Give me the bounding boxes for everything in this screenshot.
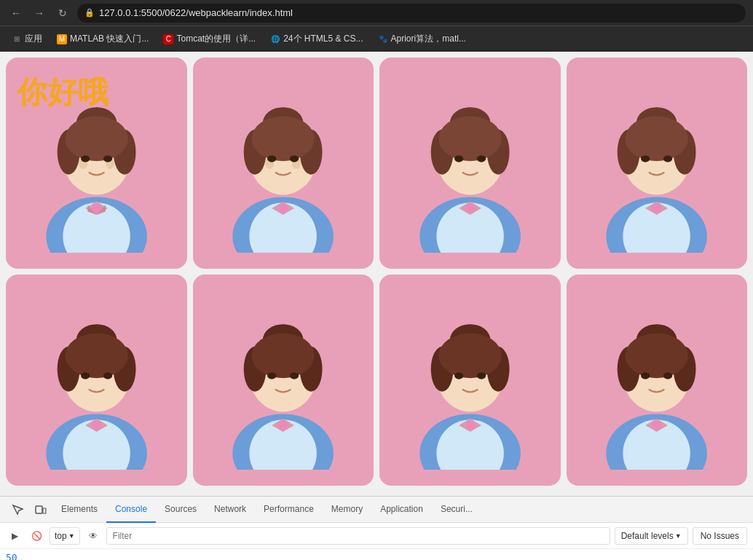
avatar-card-5 [6, 275, 187, 486]
forward-button[interactable]: → [31, 4, 48, 22]
avatar-svg-6 [206, 291, 360, 470]
svg-point-5 [92, 203, 100, 212]
svg-point-91 [626, 333, 688, 378]
address-bar[interactable]: 🔒 127.0.0.1:5500/0622/webpacklearn/index… [77, 4, 746, 23]
default-levels-button[interactable]: Default levels ▼ [615, 527, 688, 545]
svg-point-23 [252, 116, 315, 161]
svg-point-71 [290, 372, 299, 379]
svg-point-58 [65, 333, 127, 378]
tab-sources-label: Sources [165, 504, 197, 514]
bookmarks-bar: ⊞ 应用 M MATLAB 快速入门... C Tomcat的使用（详... 🌐… [0, 25, 753, 52]
svg-point-69 [252, 333, 315, 378]
html5-icon: 🌐 [270, 34, 280, 44]
svg-rect-95 [43, 508, 46, 513]
tab-elements[interactable]: Elements [52, 497, 106, 523]
avatar-svg-8 [580, 291, 733, 470]
svg-point-38 [476, 155, 485, 162]
tab-console-label: Console [115, 504, 147, 514]
svg-point-47 [626, 116, 688, 161]
avatar-card-4 [567, 58, 748, 269]
svg-point-82 [476, 372, 485, 379]
bookmark-matlab[interactable]: M MATLAB 快速入门... [51, 30, 154, 48]
bookmark-html5-label: 24个 HTML5 & CS... [283, 33, 363, 45]
context-selector[interactable]: top ▼ [50, 527, 80, 545]
eye-button[interactable]: 👁 [84, 527, 102, 545]
avatar-svg-7 [393, 291, 547, 470]
svg-point-70 [267, 372, 276, 379]
svg-point-80 [438, 333, 501, 378]
back-button[interactable]: ← [7, 4, 25, 22]
inspect-element-button[interactable] [6, 498, 29, 521]
device-mode-button[interactable] [29, 498, 52, 521]
bookmark-apps[interactable]: ⊞ 应用 [6, 30, 48, 48]
bookmark-apriori[interactable]: 🐾 Apriori算法，matl... [372, 30, 472, 48]
avatar-card-7 [379, 275, 561, 486]
svg-rect-94 [36, 506, 42, 513]
svg-point-59 [81, 372, 90, 379]
avatar-svg-5 [20, 291, 173, 470]
filter-input[interactable] [106, 527, 610, 545]
tab-sources[interactable]: Sources [156, 497, 205, 523]
svg-point-93 [663, 372, 672, 379]
avatar-svg-3 [393, 74, 547, 253]
avatar-svg-4 [580, 74, 733, 253]
levels-dropdown-icon: ▼ [675, 532, 682, 540]
tab-memory-label: Memory [331, 504, 363, 514]
device-icon [35, 504, 47, 516]
svg-point-64 [279, 420, 288, 429]
console-output: 50 600 CSDN @远方有只兔子～ Yuucn.com [0, 549, 753, 560]
svg-point-60 [103, 372, 111, 379]
tomcat-icon: C [163, 34, 173, 44]
no-issues-button[interactable]: No Issues [693, 527, 747, 545]
svg-point-49 [663, 155, 672, 162]
tab-network[interactable]: Network [205, 497, 255, 523]
svg-point-18 [279, 203, 288, 212]
tab-application-label: Application [380, 504, 423, 514]
svg-point-10 [65, 116, 127, 161]
tab-performance[interactable]: Performance [255, 497, 323, 523]
bookmark-matlab-label: MATLAB 快速入门... [70, 33, 149, 45]
bookmark-tomcat[interactable]: C Tomcat的使用（详... [157, 30, 261, 48]
browser-titlebar: ← → ↻ 🔒 127.0.0.1:5500/0622/webpacklearn… [0, 0, 753, 25]
tab-memory[interactable]: Memory [323, 497, 371, 523]
svg-point-53 [92, 420, 100, 429]
svg-point-14 [103, 155, 111, 162]
svg-point-48 [641, 155, 650, 162]
avatar-card-8 [567, 275, 748, 486]
svg-point-36 [438, 116, 501, 161]
avatar-card-1: 你好哦 [6, 58, 187, 269]
svg-point-92 [641, 372, 650, 379]
tab-performance-label: Performance [264, 504, 314, 514]
page-content: 你好哦 [0, 52, 753, 496]
execute-icon: ▶ [12, 531, 18, 541]
lock-icon: 🔒 [84, 8, 95, 17]
tab-console[interactable]: Console [106, 497, 156, 523]
console-toolbar: ▶ 🚫 top ▼ 👁 Default levels ▼ No Issues [0, 523, 753, 549]
tab-application[interactable]: Application [371, 497, 432, 523]
block-icon: 🚫 [31, 531, 42, 541]
bookmark-tomcat-label: Tomcat的使用（详... [176, 33, 256, 45]
devtools-tabs: Elements Console Sources Network Perform… [0, 497, 753, 523]
tab-network-label: Network [214, 504, 246, 514]
context-value: top [55, 531, 67, 541]
execute-button[interactable]: ▶ [6, 527, 23, 545]
svg-point-81 [454, 372, 463, 379]
svg-point-26 [267, 155, 276, 162]
reload-button[interactable]: ↻ [54, 4, 71, 22]
apps-icon: ⊞ [12, 34, 22, 44]
no-issues-label: No Issues [701, 531, 739, 541]
avatar-grid: 你好哦 [0, 52, 753, 496]
tab-security[interactable]: Securi... [432, 497, 481, 523]
matlab-icon: M [57, 34, 67, 44]
cursor-icon [12, 504, 23, 516]
svg-point-31 [465, 203, 474, 212]
svg-point-27 [290, 155, 299, 162]
bookmark-html5[interactable]: 🌐 24个 HTML5 & CS... [264, 30, 368, 48]
greeting-text: 你好哦 [17, 72, 109, 113]
block-button[interactable]: 🚫 [28, 527, 45, 545]
svg-point-13 [81, 155, 90, 162]
apriori-icon: 🐾 [378, 34, 388, 44]
svg-point-86 [653, 420, 661, 429]
eye-icon: 👁 [89, 531, 98, 541]
bookmark-apps-label: 应用 [25, 33, 42, 45]
